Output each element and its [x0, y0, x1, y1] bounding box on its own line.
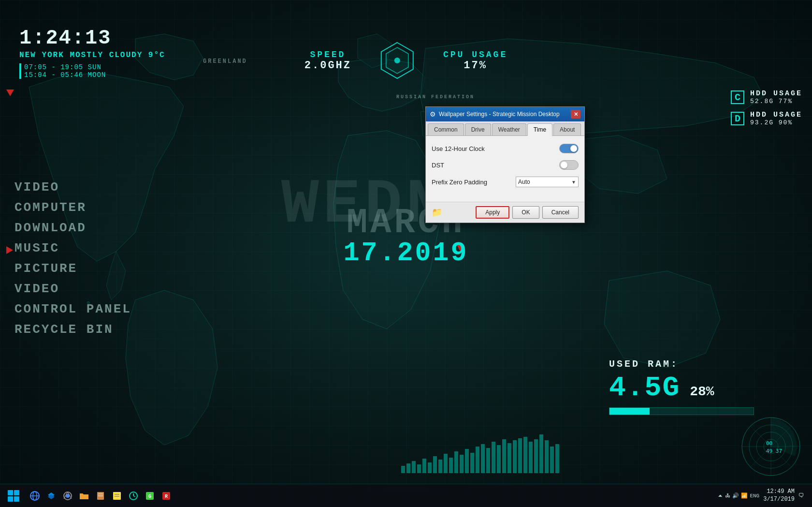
taskbar-icon-sticky[interactable] [109, 488, 125, 504]
bar-chart-bar [433, 456, 437, 473]
cancel-button[interactable]: Cancel [542, 206, 579, 219]
dialog-tabs: Common Drive Weather Time About [426, 121, 584, 136]
taskbar-icon-green[interactable]: G [142, 488, 158, 504]
bar-chart-bar [454, 451, 458, 473]
bar-chart-bar [492, 442, 495, 473]
dialog-row-prefix: Prefix Zero Padding Auto ▼ [432, 177, 579, 187]
taskbar-icon-dropbox[interactable] [44, 488, 59, 504]
taskbar-sys-icons: ⏶ 🖧 🔊 📶 ENG [718, 492, 759, 499]
bar-chart-bar [508, 443, 511, 473]
sidebar-item-control-panel[interactable]: CONTROL PANEL [14, 301, 131, 317]
dialog-row-dst: DST [432, 160, 579, 170]
hdd-c-label: HDD USAGE [750, 89, 802, 98]
taskbar-date: 3/17/2019 [763, 496, 795, 504]
ram-percent: 28% [690, 384, 714, 399]
dialog-close-button[interactable]: ✕ [571, 110, 580, 119]
dialog-titlebar[interactable]: ⚙ Wallpaper Settings - Strategic Mission… [426, 107, 584, 121]
bar-chart-bar [550, 447, 554, 473]
taskbar-right: ⏶ 🖧 🔊 📶 ENG 12:49 AM 3/17/2019 🗨 [718, 488, 808, 503]
taskbar-network-icon: 🖧 [725, 492, 730, 499]
hdd-c-value: 52.8G 77% [750, 98, 802, 105]
ok-button[interactable]: OK [512, 206, 539, 219]
speed-label: SPEED [304, 50, 351, 60]
taskbar-time: 12:49 AM [763, 488, 795, 496]
sidebar-item-recycle-bin[interactable]: RECYCLE BIN [14, 321, 131, 338]
taskbar-clock[interactable]: 12:49 AM 3/17/2019 [763, 488, 795, 503]
right-hdd-widget: C HDD USAGE 52.8G 77% D HDD USAGE 93.2G … [731, 89, 802, 132]
taskbar-icon-folder[interactable] [76, 488, 92, 504]
sidebar-item-video2[interactable]: VIDEO [14, 281, 131, 297]
dialog-title-left: ⚙ Wallpaper Settings - Strategic Mission… [430, 110, 560, 118]
bar-chart-bar [523, 437, 527, 473]
sidebar-item-music[interactable]: MUSIC [14, 240, 131, 256]
sun-time: 07:05 - 19:05 SUN [19, 63, 165, 71]
speed-value: 2.0GHZ [304, 60, 351, 72]
svg-rect-21 [8, 496, 13, 502]
svg-text:00: 00 [766, 440, 772, 447]
tab-weather[interactable]: Weather [492, 123, 526, 135]
toggle-12hour[interactable] [559, 144, 579, 153]
sidebar-item-picture[interactable]: PICTURE [14, 260, 131, 277]
map-label-russia: RUSSIAN FEDERATION [396, 94, 475, 100]
prefix-dropdown[interactable]: Auto ▼ [516, 177, 579, 187]
dialog-content: Use 12-Hour Clock DST Prefix Zero Paddin… [426, 136, 584, 202]
bar-chart-bar [401, 466, 405, 473]
taskbar-icon-chrome[interactable] [60, 488, 75, 504]
bar-chart [401, 434, 559, 473]
cpu-value: 17% [443, 60, 508, 72]
bar-chart-bar [518, 438, 522, 473]
sidebar-menu: VIDEO COMPUTER DOWNLOAD MUSIC PICTURE VI… [14, 179, 131, 338]
row-prefix-label: Prefix Zero Padding [432, 179, 487, 186]
bar-chart-bar [428, 462, 432, 473]
weather-line: NEW YORK MOSTLY CLOUDY 9°C [19, 51, 165, 60]
top-left-widget: 1:24:13 NEW YORK MOSTLY CLOUDY 9°C 07:05… [19, 27, 165, 79]
taskbar-wifi-icon: 📶 [741, 492, 748, 499]
ram-bar-fill [609, 408, 650, 415]
bar-chart-bar [529, 442, 533, 473]
tab-time[interactable]: Time [527, 123, 552, 136]
svg-text:49 37: 49 37 [766, 448, 782, 454]
tab-common[interactable]: Common [428, 123, 464, 135]
folder-icon[interactable]: 📁 [432, 207, 442, 218]
taskbar-icon-files[interactable] [93, 488, 108, 504]
taskbar-icon-browser[interactable] [27, 488, 43, 504]
start-button[interactable] [4, 486, 23, 506]
ram-widget: USED RAM: 4.5G 28% [609, 358, 754, 415]
dialog-title-icon: ⚙ [430, 110, 436, 118]
taskbar-volume-icon[interactable]: 🔊 [732, 492, 739, 499]
sidebar-item-video[interactable]: VIDEO [14, 179, 131, 195]
radar-widget: 00 49 37 [740, 415, 802, 478]
svg-line-36 [133, 496, 135, 497]
taskbar-notification-icon[interactable]: 🗨 [798, 492, 804, 499]
dropdown-arrow-icon: ▼ [571, 179, 576, 185]
bar-chart-bar [422, 459, 426, 473]
toggle-12hour-knob [570, 145, 577, 152]
bar-chart-bar [513, 440, 517, 473]
dropdown-value: Auto [518, 179, 571, 185]
dialog-row-12hour: Use 12-Hour Clock [432, 144, 579, 153]
hdd-d-letter: D [731, 112, 744, 125]
bar-chart-bar [545, 440, 549, 473]
dialog-footer: 📁 Apply OK Cancel [426, 202, 584, 223]
svg-rect-31 [113, 492, 121, 500]
taskbar-icon-red[interactable]: R [159, 488, 174, 504]
sidebar-item-computer[interactable]: COMPUTER [14, 199, 131, 216]
ram-value-row: 4.5G 28% [609, 372, 754, 403]
taskbar-icon-clock[interactable] [126, 488, 141, 504]
settings-dialog[interactable]: ⚙ Wallpaper Settings - Strategic Mission… [425, 106, 585, 223]
bar-chart-bar [438, 460, 442, 473]
tab-drive[interactable]: Drive [465, 123, 491, 135]
sidebar-item-download[interactable]: DOWNLOAD [14, 220, 131, 236]
hdd-d-item: D HDD USAGE 93.2G 90% [731, 111, 802, 126]
ram-value: 4.5G [609, 372, 680, 403]
hdd-c-letter: C [731, 90, 744, 104]
hdd-c-item: C HDD USAGE 52.8G 77% [731, 89, 802, 105]
triangle-marker-left [6, 89, 14, 96]
taskbar-arrow-icon[interactable]: ⏶ [718, 492, 723, 499]
svg-rect-30 [98, 495, 103, 496]
bar-chart-bar [449, 458, 453, 473]
svg-text:G: G [148, 494, 151, 499]
apply-button[interactable]: Apply [476, 206, 509, 219]
tab-about[interactable]: About [553, 123, 581, 135]
toggle-dst[interactable] [559, 160, 579, 170]
